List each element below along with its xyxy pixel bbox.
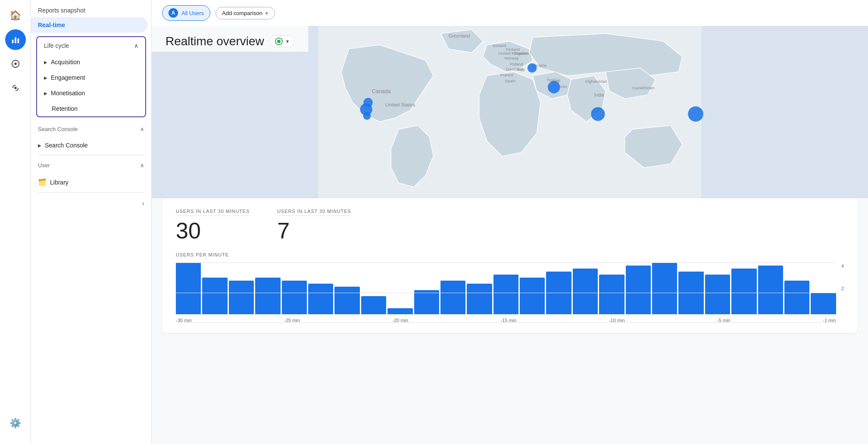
realtime-section: Realtime overview ▾ (152, 26, 868, 333)
realtime-status-badge[interactable]: ▾ (269, 35, 294, 47)
stat-label-0: USERS IN LAST 30 MINUTES (176, 209, 250, 214)
add-comparison-label: Add comparison (222, 10, 262, 16)
monetisation-label: Monetisation (51, 90, 85, 97)
svg-text:Kazakhstan: Kazakhstan (632, 85, 654, 90)
sidebar-item-search-console[interactable]: ▶ Search Console (31, 138, 151, 153)
y-label-2: 2 (841, 286, 844, 291)
bar-18 (652, 263, 677, 314)
sidebar-item-engagement[interactable]: ▶ Engagement (37, 70, 145, 85)
svg-text:United States: United States (385, 102, 415, 107)
content-area: Realtime overview ▾ (152, 26, 868, 444)
y-label-4: 4 (841, 263, 844, 269)
search-console-collapse-icon: ∧ (140, 126, 144, 132)
library-label: Library (50, 179, 69, 186)
user-section-label: User (38, 162, 50, 169)
all-users-segment[interactable]: A All Users (162, 5, 210, 21)
svg-point-29 (363, 112, 371, 120)
bar-16 (599, 275, 624, 314)
chevron-right-icon: ▶ (38, 143, 41, 148)
stats-row: USERS IN LAST 30 MINUTES 30 USERS IN LAS… (176, 209, 844, 242)
chart-section: USERS PER MINUTE (176, 252, 844, 323)
chevron-right-icon: ▶ (44, 75, 47, 80)
bar-20 (705, 275, 730, 314)
sidebar-item-library[interactable]: 🗂️ Library (31, 174, 151, 191)
segment-label: All Users (181, 10, 204, 16)
lifecycle-collapse-icon: ∧ (134, 42, 138, 49)
svg-point-5 (15, 87, 16, 89)
stat-label-1: USERS IN LAST 30 MINUTES (277, 209, 351, 214)
section-divider (38, 155, 144, 155)
svg-rect-0 (12, 40, 13, 43)
sidebar-item-retention[interactable]: Retention (37, 101, 145, 116)
bar-2 (229, 281, 254, 314)
sidebar-item-acquisition[interactable]: ▶ Acquisition (37, 54, 145, 70)
stat-block-0: USERS IN LAST 30 MINUTES 30 (176, 209, 250, 242)
sidebar-item-monetisation[interactable]: ▶ Monetisation (37, 85, 145, 101)
bar-8 (387, 308, 412, 314)
svg-text:Greenland: Greenland (449, 33, 470, 38)
explore-icon[interactable] (5, 53, 26, 74)
library-folder-icon: 🗂️ (38, 178, 47, 186)
bar-24 (811, 293, 836, 314)
x-label-3: -15 min (501, 318, 517, 323)
svg-point-31 (548, 81, 560, 93)
svg-text:France: France (500, 72, 513, 77)
lifecycle-section: Life cycle ∧ ▶ Acquisition ▶ Engagement … (36, 36, 146, 117)
realtime-icon[interactable] (5, 78, 26, 98)
bar-21 (731, 269, 756, 314)
bar-3 (255, 278, 280, 314)
sidebar-collapse-button[interactable]: ‹ (31, 194, 151, 213)
bar-10 (440, 281, 465, 314)
realtime-title: Realtime overview (165, 34, 264, 48)
svg-text:Afghanistan: Afghanistan (585, 79, 607, 84)
search-console-section-label: Search Console (38, 126, 78, 132)
user-header[interactable]: User ∧ (31, 157, 151, 174)
user-collapse-icon: ∧ (140, 162, 144, 169)
bar-chart (176, 263, 836, 314)
chart-label: USERS PER MINUTE (176, 252, 844, 257)
x-label-1: -25 min (284, 318, 300, 323)
add-icon: + (265, 10, 269, 16)
chevron-down-icon: ▾ (286, 38, 289, 44)
add-comparison-button[interactable]: Add comparison + (215, 7, 275, 19)
settings-icon[interactable]: ⚙️ (5, 413, 26, 434)
bar-1 (202, 278, 227, 314)
home-icon[interactable]: 🏠 (5, 5, 26, 26)
svg-text:Sweden: Sweden (514, 51, 529, 56)
main-content: A All Users Add comparison + Realtime ov… (152, 0, 868, 444)
acquisition-label: Acquisition (51, 59, 80, 66)
bar-19 (678, 272, 703, 314)
reports-icon[interactable] (5, 29, 26, 50)
world-map: Canada United States Greenland Iceland U… (152, 26, 868, 198)
x-label-6: -1 min (823, 318, 836, 323)
svg-rect-2 (17, 38, 19, 43)
x-label-5: -5 min (717, 318, 731, 323)
svg-text:Iran: Iran (560, 84, 567, 89)
svg-text:Spain: Spain (505, 78, 515, 83)
bar-5 (308, 284, 333, 314)
stats-card: USERS IN LAST 30 MINUTES 30 USERS IN LAS… (162, 198, 858, 333)
bar-23 (784, 281, 809, 314)
sidebar-item-realtime[interactable]: Real-time (31, 17, 148, 33)
stat-value-1: 7 (277, 219, 351, 242)
bar-0 (176, 263, 201, 314)
engagement-label: Engagement (51, 74, 85, 81)
lifecycle-header[interactable]: Life cycle ∧ (37, 37, 145, 54)
bar-7 (361, 296, 386, 314)
stat-block-1: USERS IN LAST 30 MINUTES 7 (277, 209, 351, 242)
chevron-right-icon: ▶ (44, 91, 47, 96)
x-label-4: -10 min (609, 318, 625, 323)
chart-y-axis: 4 2 (836, 263, 844, 292)
bar-4 (282, 281, 307, 314)
realtime-title-bar: Realtime overview ▾ (152, 26, 308, 52)
stat-value-0: 30 (176, 219, 250, 242)
sidebar: Reports snapshot Real-time Life cycle ∧ … (31, 0, 152, 444)
bar-12 (493, 275, 518, 314)
segment-letter: A (169, 8, 178, 18)
top-bar: A All Users Add comparison + (152, 0, 868, 26)
search-console-header[interactable]: Search Console ∧ (31, 121, 151, 138)
chevron-right-icon: ▶ (44, 60, 47, 65)
svg-point-30 (528, 63, 537, 72)
svg-rect-1 (15, 38, 16, 44)
svg-text:Norway: Norway (505, 56, 519, 60)
